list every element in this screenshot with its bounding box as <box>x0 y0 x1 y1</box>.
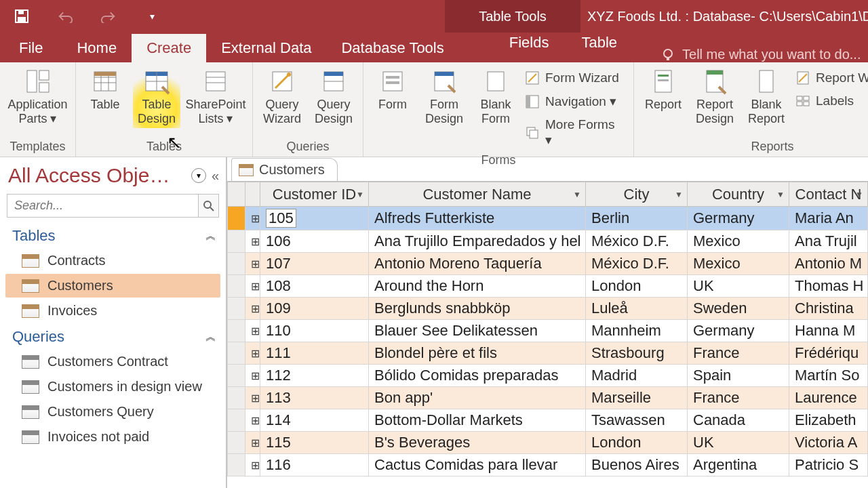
form-button[interactable]: Form <box>369 65 416 153</box>
expand-row-icon[interactable]: ⊞ <box>245 207 260 230</box>
cell-customer-name[interactable]: Alfreds Futterkiste <box>369 207 586 230</box>
row-selector[interactable] <box>228 320 245 342</box>
tab-create[interactable]: Create <box>132 34 206 62</box>
search-icon[interactable] <box>198 195 218 217</box>
cell-contact[interactable]: Laurence <box>789 387 868 409</box>
cell-city[interactable]: Mannheim <box>586 320 688 342</box>
dropdown-icon[interactable]: ▼ <box>855 190 863 199</box>
redo-icon[interactable] <box>100 8 117 24</box>
cell-customer-id[interactable]: 115 <box>260 432 369 454</box>
tab-fields[interactable]: Fields <box>500 28 559 57</box>
dropdown-icon[interactable]: ▼ <box>776 190 785 199</box>
cell-customer-name[interactable]: Around the Horn <box>369 275 586 298</box>
expand-row-icon[interactable]: ⊞ <box>245 454 260 476</box>
cell-contact[interactable]: Elizabeth <box>789 409 868 432</box>
cell-country[interactable]: UK <box>688 432 789 454</box>
cell-city[interactable]: Buenos Aires <box>586 454 688 476</box>
column-header[interactable]: Country▼ <box>688 182 789 207</box>
document-tab-customers[interactable]: Customers <box>231 158 338 181</box>
row-selector[interactable] <box>228 409 245 432</box>
dropdown-icon[interactable]: ▼ <box>356 190 364 199</box>
row-selector[interactable] <box>228 454 245 476</box>
cell-city[interactable]: Strasbourg <box>586 342 688 365</box>
tell-me-search[interactable]: Tell me what you want to do... <box>647 47 861 62</box>
cell-contact[interactable]: Martín So <box>789 365 868 387</box>
cell-country[interactable]: Mexico <box>688 230 789 253</box>
cell-country[interactable]: France <box>688 342 789 365</box>
cell-contact[interactable]: Christina <box>789 298 868 320</box>
report-design-button[interactable]: Report Design <box>691 65 738 128</box>
cell-city[interactable]: Madrid <box>586 365 688 387</box>
form-design-button[interactable]: Form Design <box>420 65 468 153</box>
cell-customer-id[interactable]: 107 <box>260 253 369 275</box>
application-parts-button[interactable]: Application Parts ▾ <box>5 65 70 128</box>
navgroup-tables[interactable]: Tables ︽ <box>0 223 226 247</box>
cell-country[interactable]: Canada <box>688 409 789 432</box>
cell-contact[interactable]: Ana Trujil <box>789 230 868 253</box>
column-header[interactable]: Contact N▼ <box>789 182 868 207</box>
cell-contact[interactable]: Maria An <box>789 207 868 230</box>
row-selector[interactable] <box>228 432 245 454</box>
cell-customer-name[interactable]: Bólido Comidas preparadas <box>369 365 586 387</box>
cell-country[interactable]: Argentina <box>688 454 789 476</box>
report-wizard-button[interactable]: Report Wizard <box>794 68 868 88</box>
blank-form-button[interactable]: Blank Form <box>472 65 519 153</box>
dropdown-icon[interactable]: ▼ <box>573 190 581 199</box>
cell-customer-name[interactable]: Antonio Moreno Taquería <box>369 253 586 275</box>
row-selector[interactable] <box>228 253 245 275</box>
navpane-collapse-icon[interactable]: « <box>212 168 219 184</box>
row-selector[interactable] <box>228 207 245 230</box>
report-button[interactable]: Report <box>639 65 687 128</box>
data-grid[interactable]: Customer ID▼Customer Name▼City▼Country▼C… <box>227 182 868 476</box>
cell-country[interactable]: Spain <box>688 365 789 387</box>
tab-file[interactable]: File <box>0 34 62 62</box>
save-icon[interactable] <box>14 8 30 24</box>
nav-query-item[interactable]: Customers in design view <box>5 375 220 399</box>
cell-country[interactable]: France <box>688 387 789 409</box>
cell-city[interactable]: Marseille <box>586 387 688 409</box>
cell-contact[interactable]: Thomas H <box>789 275 868 298</box>
navgroup-queries[interactable]: Queries ︽ <box>0 324 226 348</box>
cell-customer-name[interactable]: Blauer See Delikatessen <box>369 320 586 342</box>
dropdown-icon[interactable]: ▼ <box>675 190 683 199</box>
undo-icon[interactable] <box>57 8 73 24</box>
cell-city[interactable]: México D.F. <box>586 253 688 275</box>
cell-contact[interactable]: Hanna M <box>789 320 868 342</box>
cell-country[interactable]: Germany <box>688 320 789 342</box>
cell-customer-id[interactable]: 113 <box>260 387 369 409</box>
row-selector[interactable] <box>228 342 245 365</box>
nav-query-item[interactable]: Invoices not paid <box>5 425 220 449</box>
cell-contact[interactable]: Patricio S <box>789 454 868 476</box>
blank-report-button[interactable]: Blank Report <box>743 65 790 128</box>
cell-country[interactable]: UK <box>688 275 789 298</box>
cell-customer-id[interactable]: 110 <box>260 320 369 342</box>
more-forms-button[interactable]: More Forms ▾ <box>524 115 624 150</box>
expand-row-icon[interactable]: ⊞ <box>245 253 260 275</box>
qat-dropdown-icon[interactable]: ▾ <box>144 8 160 24</box>
row-selector[interactable] <box>228 387 245 409</box>
cell-customer-name[interactable]: Bon app' <box>369 387 586 409</box>
tab-external-data[interactable]: External Data <box>206 34 326 62</box>
sharepoint-lists-button[interactable]: SharePoint Lists ▾ <box>184 65 247 128</box>
expand-row-icon[interactable]: ⊞ <box>245 387 260 409</box>
cell-city[interactable]: Luleå <box>586 298 688 320</box>
row-selector[interactable] <box>228 365 245 387</box>
select-all-cell[interactable] <box>228 182 245 207</box>
expand-row-icon[interactable]: ⊞ <box>245 409 260 432</box>
cell-contact[interactable]: Frédériqu <box>789 342 868 365</box>
navigation-button[interactable]: Navigation ▾ <box>524 91 624 112</box>
expand-row-icon[interactable]: ⊞ <box>245 320 260 342</box>
tab-home[interactable]: Home <box>62 34 132 62</box>
row-selector[interactable] <box>228 298 245 320</box>
cell-customer-name[interactable]: B's Beverages <box>369 432 586 454</box>
expand-row-icon[interactable]: ⊞ <box>245 298 260 320</box>
cell-city[interactable]: London <box>586 275 688 298</box>
nav-query-item[interactable]: Customers Query <box>5 400 220 424</box>
cell-customer-id[interactable]: 114 <box>260 409 369 432</box>
cell-customer-id[interactable]: 106 <box>260 230 369 253</box>
nav-table-item[interactable]: Contracts <box>5 249 220 272</box>
expand-row-icon[interactable]: ⊞ <box>245 365 260 387</box>
cell-contact[interactable]: Antonio M <box>789 253 868 275</box>
navpane-dropdown-icon[interactable]: ▾ <box>191 168 206 183</box>
nav-table-item[interactable]: Invoices <box>5 299 220 323</box>
